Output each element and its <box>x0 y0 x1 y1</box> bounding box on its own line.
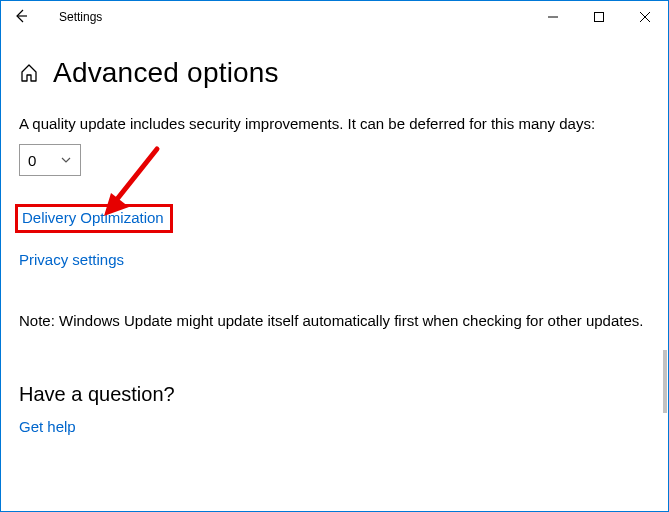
minimize-icon <box>548 8 558 25</box>
window-controls <box>530 1 668 33</box>
defer-description: A quality update includes security impro… <box>19 115 650 132</box>
chevron-down-icon <box>60 152 72 169</box>
privacy-settings-link[interactable]: Privacy settings <box>19 251 124 268</box>
page-header: Advanced options <box>19 57 650 89</box>
window-title: Settings <box>59 10 102 24</box>
svg-rect-2 <box>595 12 604 21</box>
get-help-link[interactable]: Get help <box>19 418 76 435</box>
annotation-highlight: Delivery Optimization <box>15 204 173 233</box>
page-title: Advanced options <box>53 57 279 89</box>
defer-days-dropdown[interactable]: 0 <box>19 144 81 176</box>
home-icon[interactable] <box>19 63 39 83</box>
arrow-left-icon <box>13 8 29 27</box>
close-button[interactable] <box>622 1 668 31</box>
content-area: Advanced options A quality update includ… <box>1 57 668 453</box>
update-note: Note: Windows Update might update itself… <box>19 312 650 329</box>
back-button[interactable] <box>1 1 41 33</box>
settings-window: Settings Advanced o <box>0 0 669 512</box>
scrollbar-thumb[interactable] <box>663 350 667 413</box>
close-icon <box>640 8 650 25</box>
help-heading: Have a question? <box>19 383 650 406</box>
delivery-optimization-link[interactable]: Delivery Optimization <box>22 209 164 226</box>
minimize-button[interactable] <box>530 1 576 31</box>
titlebar: Settings <box>1 1 668 33</box>
maximize-icon <box>594 8 604 25</box>
defer-days-value: 0 <box>28 152 36 169</box>
maximize-button[interactable] <box>576 1 622 31</box>
